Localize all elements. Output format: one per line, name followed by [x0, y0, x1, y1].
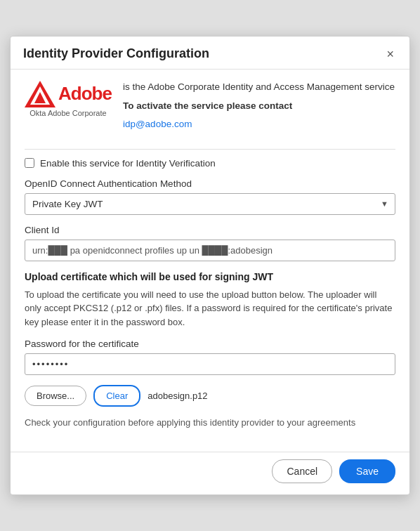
- enable-row: Enable this service for Identity Verific…: [25, 158, 395, 169]
- upload-heading: Upload certificate which will be used fo…: [25, 271, 395, 282]
- client-id-section: Client Id: [25, 225, 395, 261]
- enable-checkbox[interactable]: [25, 158, 34, 168]
- dialog-body: Adobe Okta Adobe Corporate is the Adobe …: [11, 70, 409, 452]
- browse-button[interactable]: Browse...: [25, 386, 86, 406]
- divider: [25, 149, 395, 150]
- close-button[interactable]: ×: [383, 46, 397, 62]
- file-row: Browse... Clear adobesign.p12: [25, 385, 395, 407]
- method-select[interactable]: Private Key JWT Client Secret Basic Clie…: [25, 193, 395, 215]
- description-line1: is the Adobe Corporate Identity and Acce…: [123, 81, 395, 94]
- dialog-header: Identity Provider Configuration ×: [11, 37, 409, 70]
- password-input[interactable]: [25, 353, 395, 375]
- clear-button[interactable]: Clear: [93, 385, 140, 407]
- method-select-wrapper: Private Key JWT Client Secret Basic Clie…: [25, 193, 395, 215]
- password-section: Password for the certificate: [25, 339, 395, 375]
- client-id-label: Client Id: [25, 225, 395, 235]
- contact-email-link[interactable]: idp@adobe.com: [123, 119, 192, 129]
- adobe-sub-text: Okta Adobe Corporate: [29, 109, 106, 117]
- password-label: Password for the certificate: [25, 339, 395, 349]
- check-config-text: Check your configuration before applying…: [25, 417, 395, 429]
- save-button[interactable]: Save: [339, 459, 395, 483]
- upload-info: To upload the certificate you will need …: [25, 288, 395, 329]
- adobe-logo-graphic: Adobe: [25, 81, 112, 107]
- dialog-footer: Cancel Save: [11, 452, 409, 494]
- dialog: Identity Provider Configuration × Adobe …: [10, 36, 410, 495]
- adobe-chevron-icon: [25, 81, 55, 107]
- filename-text: adobesign.p12: [147, 391, 207, 401]
- method-label: OpenID Connect Authentication Method: [25, 178, 395, 189]
- provider-info: Adobe Okta Adobe Corporate is the Adobe …: [25, 81, 395, 138]
- enable-label: Enable this service for Identity Verific…: [40, 158, 216, 169]
- client-id-input[interactable]: [25, 240, 395, 261]
- provider-description: is the Adobe Corporate Identity and Acce…: [123, 81, 395, 129]
- contact-label-text: To activate the service please contact: [123, 100, 292, 111]
- adobe-brand-text: Adobe: [58, 83, 112, 105]
- contact-line: To activate the service please contact: [123, 100, 395, 113]
- cancel-button[interactable]: Cancel: [272, 459, 332, 483]
- dialog-title: Identity Provider Configuration: [23, 46, 209, 61]
- adobe-logo: Adobe Okta Adobe Corporate: [25, 81, 112, 117]
